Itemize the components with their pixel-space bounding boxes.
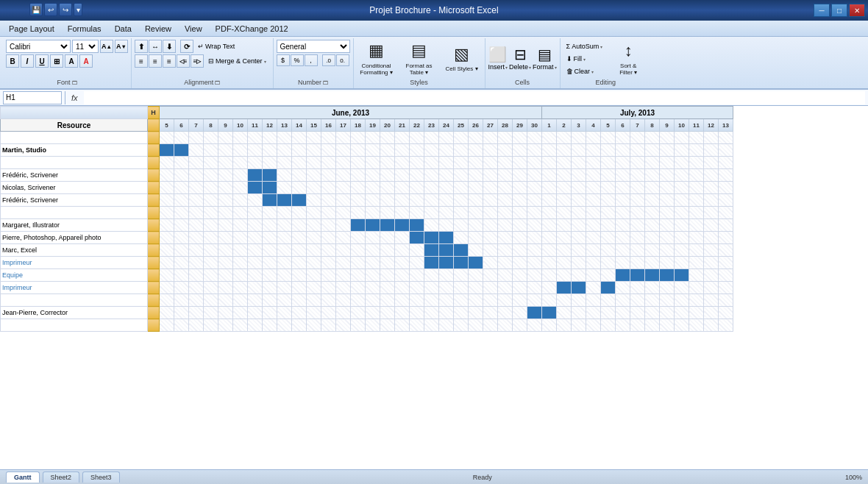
cell-r3-d19[interactable] [439, 169, 454, 182]
cell-r2-d7[interactable] [263, 157, 277, 169]
cell-r12-d5[interactable] [233, 282, 248, 294]
cell-r9-d11[interactable] [321, 244, 336, 257]
cell-r3-d25[interactable] [527, 169, 542, 182]
col-h-day[interactable] [148, 119, 160, 132]
cell-r11-d32[interactable] [630, 269, 645, 282]
cell-r14-d9[interactable] [292, 307, 307, 319]
cell-r15-d17[interactable] [410, 319, 424, 332]
cell-r14-d4[interactable] [218, 307, 233, 319]
cell-r5-d30[interactable] [601, 194, 616, 207]
june-day-18[interactable]: 18 [351, 119, 366, 132]
cell-r12-d20[interactable] [454, 282, 469, 294]
cell-r3-d15[interactable] [380, 169, 395, 182]
cell-r7-d14[interactable] [366, 219, 380, 232]
cell-r5-d3[interactable] [204, 194, 218, 207]
format-dropdown[interactable]: ▾ [555, 65, 557, 70]
cell-r15-d38[interactable] [719, 319, 733, 332]
cell-r0-d9[interactable] [292, 132, 307, 144]
currency-button[interactable]: $ [277, 54, 290, 66]
july-day-7[interactable]: 7 [630, 119, 645, 132]
cell-r3-d37[interactable] [704, 169, 719, 182]
cell-r11-d17[interactable] [410, 269, 424, 282]
cell-r5-d20[interactable] [454, 194, 469, 207]
cell-r1-d13[interactable] [351, 144, 366, 157]
number-expand-arrow[interactable]: 🗖 [323, 80, 328, 85]
cell-r8-d24[interactable] [513, 232, 527, 244]
cell-r12-d33[interactable] [645, 282, 660, 294]
cell-r13-d28[interactable] [572, 294, 586, 307]
cell-r5-d36[interactable] [689, 194, 704, 207]
cell-r1-d33[interactable] [645, 144, 660, 157]
cell-r1-d12[interactable] [336, 144, 351, 157]
cell-r5-d24[interactable] [513, 194, 527, 207]
cell-r15-d5[interactable] [233, 319, 248, 332]
june-day-28[interactable]: 28 [498, 119, 513, 132]
cell-r3-d30[interactable] [601, 169, 616, 182]
july-day-4[interactable]: 4 [586, 119, 601, 132]
cell-r0-d33[interactable] [645, 132, 660, 144]
cell-r12-d15[interactable] [380, 282, 395, 294]
font-color-button[interactable]: A [79, 54, 93, 68]
cell-r11-d10[interactable] [307, 269, 321, 282]
cell-r5-d28[interactable] [572, 194, 586, 207]
cell-r0-d6[interactable] [248, 132, 263, 144]
cell-r8-d5[interactable] [233, 232, 248, 244]
cell-r0-d3[interactable] [204, 132, 218, 144]
cell-r6-d11[interactable] [321, 207, 336, 219]
june-day-5[interactable]: 5 [160, 119, 174, 132]
june-day-6[interactable]: 6 [174, 119, 189, 132]
cell-r12-d16[interactable] [395, 282, 410, 294]
cell-r10-d5[interactable] [233, 257, 248, 269]
cell-r1-d22[interactable] [483, 144, 498, 157]
cell-r13-d29[interactable] [586, 294, 601, 307]
cell-r11-d15[interactable] [380, 269, 395, 282]
cell-r7-d34[interactable] [660, 219, 675, 232]
cell-r13-d36[interactable] [689, 294, 704, 307]
cell-r9-d3[interactable] [204, 244, 218, 257]
cell-r10-d37[interactable] [704, 257, 719, 269]
cell-r13-d5[interactable] [233, 294, 248, 307]
cell-r8-d28[interactable] [572, 232, 586, 244]
cell-r4-d5[interactable] [233, 182, 248, 194]
cell-r11-d2[interactable] [189, 269, 204, 282]
cell-r1-d18[interactable] [424, 144, 439, 157]
cell-r14-d12[interactable] [336, 307, 351, 319]
cell-r4-d34[interactable] [660, 182, 675, 194]
cell-r5-d38[interactable] [719, 194, 733, 207]
fill-dropdown[interactable]: ▾ [583, 57, 586, 62]
cell-r4-d14[interactable] [366, 182, 380, 194]
cell-r0-d32[interactable] [630, 132, 645, 144]
cell-r11-d0[interactable] [160, 269, 174, 282]
cell-r4-d25[interactable] [527, 182, 542, 194]
bold-button[interactable]: B [6, 54, 19, 68]
h-col-row-9[interactable] [148, 244, 160, 257]
cell-r6-d26[interactable] [542, 207, 557, 219]
menu-page-layout[interactable]: Page Layout [3, 23, 60, 35]
cell-r4-d33[interactable] [645, 182, 660, 194]
cell-r15-d15[interactable] [380, 319, 395, 332]
cell-r8-d38[interactable] [719, 232, 733, 244]
cell-r10-d18[interactable] [424, 257, 439, 269]
cell-r15-d37[interactable] [704, 319, 719, 332]
cell-r12-d12[interactable] [336, 282, 351, 294]
close-button[interactable]: ✕ [849, 4, 865, 17]
fill-color-button[interactable]: A [65, 54, 78, 68]
cell-r12-d4[interactable] [218, 282, 233, 294]
cell-r6-d36[interactable] [689, 207, 704, 219]
cell-r13-d10[interactable] [307, 294, 321, 307]
cell-r9-d9[interactable] [292, 244, 307, 257]
cell-r8-d9[interactable] [292, 232, 307, 244]
cell-r13-d20[interactable] [454, 294, 469, 307]
cell-r5-d8[interactable] [277, 194, 292, 207]
alignment-expand-arrow[interactable]: 🗖 [215, 80, 220, 85]
align-bottom-button[interactable]: ⬇ [163, 40, 176, 53]
cell-r4-d6[interactable] [248, 182, 263, 194]
cell-r7-d6[interactable] [248, 219, 263, 232]
cell-r9-d0[interactable] [160, 244, 174, 257]
cell-r15-d19[interactable] [439, 319, 454, 332]
cell-r6-d18[interactable] [424, 207, 439, 219]
cell-r14-d16[interactable] [395, 307, 410, 319]
cell-r10-d2[interactable] [189, 257, 204, 269]
cell-r12-d21[interactable] [469, 282, 483, 294]
cell-r14-d11[interactable] [321, 307, 336, 319]
